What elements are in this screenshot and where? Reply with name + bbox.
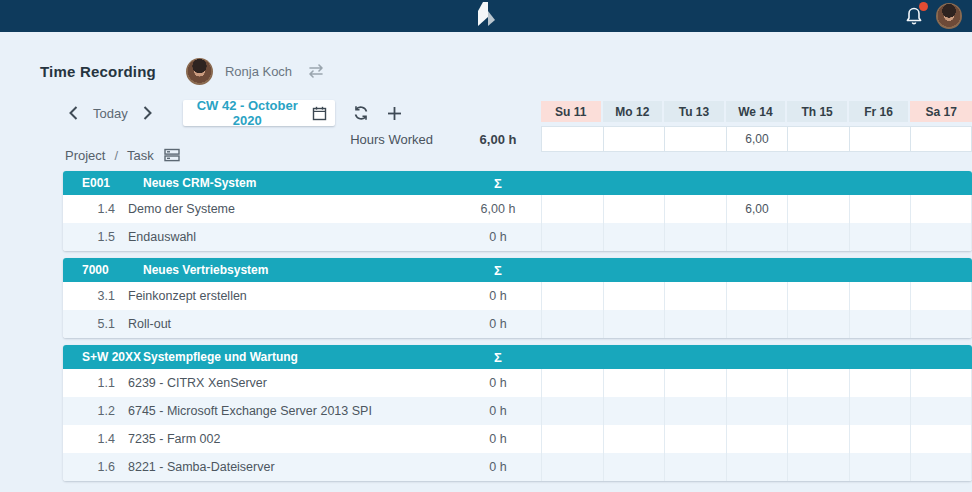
task-day-cell-th[interactable] <box>787 425 849 453</box>
task-day-cell-we[interactable] <box>726 369 788 397</box>
task-day-cell-su[interactable] <box>541 223 603 251</box>
task-day-cell-tu[interactable] <box>664 310 726 338</box>
task-name[interactable]: 8221 - Samba-Dateiserver <box>128 460 455 474</box>
row-density-toggle[interactable] <box>164 148 180 162</box>
task-day-cell-su[interactable] <box>541 369 603 397</box>
task-day-cell-su[interactable] <box>541 453 603 481</box>
task-day-cell-su[interactable] <box>541 310 603 338</box>
week-toolbar: Today CW 42 - October 2020 <box>66 100 402 126</box>
page-title: Time Recording <box>40 63 156 80</box>
task-day-cell-mo[interactable] <box>603 282 665 310</box>
calendar-week-selector[interactable]: CW 42 - October 2020 <box>183 100 335 126</box>
task-day-cell-tu[interactable] <box>664 223 726 251</box>
calendar-week-label: CW 42 - October 2020 <box>183 98 312 128</box>
day-header-tu[interactable]: Tu 13 <box>664 101 726 122</box>
notifications-button[interactable] <box>902 4 926 28</box>
task-name[interactable]: Roll-out <box>128 317 455 331</box>
task-row: 1.26745 - Microsoft Exchange Server 2013… <box>63 397 972 425</box>
task-day-cell-mo[interactable] <box>603 195 665 223</box>
task-day-cell-mo[interactable] <box>603 223 665 251</box>
task-day-cell-we[interactable] <box>726 453 788 481</box>
day-header-sa[interactable]: Sa 17 <box>910 101 972 122</box>
task-day-cell-fr[interactable] <box>849 453 911 481</box>
day-header-su[interactable]: Su 11 <box>541 101 603 122</box>
task-day-cell-th[interactable] <box>787 195 849 223</box>
task-info: 1.47235 - Farm 0020 h <box>63 425 541 453</box>
task-row: 1.5Endauswahl0 h <box>63 223 972 251</box>
top-bar <box>0 0 972 32</box>
switch-user-icon[interactable] <box>306 64 326 78</box>
day-header-mo[interactable]: Mo 12 <box>603 101 665 122</box>
task-day-cell-tu[interactable] <box>664 195 726 223</box>
task-day-cell-tu[interactable] <box>664 425 726 453</box>
task-day-cell-sa[interactable] <box>910 310 972 338</box>
hours-day-cell-tu <box>664 127 726 151</box>
task-day-cell-su[interactable] <box>541 195 603 223</box>
project-group-header[interactable]: S+W 20XXSystempflege und WartungΣ <box>63 345 972 369</box>
task-day-cell-tu[interactable] <box>664 397 726 425</box>
task-day-cell-su[interactable] <box>541 425 603 453</box>
task-day-cell-sa[interactable] <box>910 282 972 310</box>
task-day-cell-fr[interactable] <box>849 425 911 453</box>
task-day-cell-th[interactable] <box>787 369 849 397</box>
task-name[interactable]: 6239 - CITRX XenServer <box>128 376 455 390</box>
next-week-button[interactable] <box>141 105 155 121</box>
task-day-cell-mo[interactable] <box>603 453 665 481</box>
project-group-header[interactable]: E001Neues CRM-SystemΣ <box>63 171 972 195</box>
day-header-row: Su 11Mo 12Tu 13We 14Th 15Fr 16Sa 17 <box>541 101 972 122</box>
task-name[interactable]: Demo der Systeme <box>128 202 455 216</box>
task-day-cell-sa[interactable] <box>910 453 972 481</box>
task-day-cell-th[interactable] <box>787 453 849 481</box>
project-group: 7000Neues VertriebsystemΣ3.1Feinkonzept … <box>63 258 972 338</box>
previous-week-button[interactable] <box>66 105 80 121</box>
add-entry-button[interactable] <box>387 106 402 121</box>
task-day-cell-mo[interactable] <box>603 425 665 453</box>
task-total-hours: 0 h <box>455 289 541 303</box>
task-row: 1.4Demo der Systeme6,00 h6,00 <box>63 195 972 223</box>
column-separator: / <box>114 148 118 163</box>
day-header-we[interactable]: We 14 <box>726 101 788 122</box>
task-name[interactable]: 6745 - Microsoft Exchange Server 2013 SP… <box>128 404 455 418</box>
task-day-cell-sa[interactable] <box>910 369 972 397</box>
task-day-cell-we[interactable] <box>726 223 788 251</box>
task-day-cell-mo[interactable] <box>603 310 665 338</box>
task-day-cell-fr[interactable] <box>849 310 911 338</box>
account-avatar[interactable] <box>936 3 962 29</box>
task-total-hours: 0 h <box>455 432 541 446</box>
task-day-cell-fr[interactable] <box>849 397 911 425</box>
task-day-cell-th[interactable] <box>787 223 849 251</box>
project-group-header[interactable]: 7000Neues VertriebsystemΣ <box>63 258 972 282</box>
task-day-cell-we[interactable] <box>726 397 788 425</box>
today-button[interactable]: Today <box>93 106 128 121</box>
task-name[interactable]: 7235 - Farm 002 <box>128 432 455 446</box>
task-day-cell-tu[interactable] <box>664 369 726 397</box>
task-day-cell-su[interactable] <box>541 397 603 425</box>
task-day-cell-mo[interactable] <box>603 369 665 397</box>
task-day-cell-th[interactable] <box>787 397 849 425</box>
task-day-cell-sa[interactable] <box>910 397 972 425</box>
task-day-cell-we[interactable]: 6,00 <box>726 195 788 223</box>
task-day-cell-we[interactable] <box>726 310 788 338</box>
task-day-cell-tu[interactable] <box>664 282 726 310</box>
task-day-cell-we[interactable] <box>726 282 788 310</box>
task-day-cell-sa[interactable] <box>910 425 972 453</box>
task-day-cell-th[interactable] <box>787 310 849 338</box>
task-day-cell-fr[interactable] <box>849 369 911 397</box>
day-header-th[interactable]: Th 15 <box>787 101 849 122</box>
task-day-cell-tu[interactable] <box>664 453 726 481</box>
task-day-cell-th[interactable] <box>787 282 849 310</box>
task-day-cell-sa[interactable] <box>910 223 972 251</box>
task-day-cell-mo[interactable] <box>603 397 665 425</box>
task-day-cell-fr[interactable] <box>849 195 911 223</box>
task-day-cell-we[interactable] <box>726 425 788 453</box>
task-day-cell-fr[interactable] <box>849 223 911 251</box>
task-day-cell-su[interactable] <box>541 282 603 310</box>
task-name[interactable]: Feinkonzept erstellen <box>128 289 455 303</box>
day-header-fr[interactable]: Fr 16 <box>849 101 911 122</box>
refresh-button[interactable] <box>353 105 369 121</box>
task-total-hours: 0 h <box>455 317 541 331</box>
task-number: 1.4 <box>63 432 115 446</box>
task-day-cell-sa[interactable] <box>910 195 972 223</box>
task-day-cell-fr[interactable] <box>849 282 911 310</box>
task-name[interactable]: Endauswahl <box>128 230 455 244</box>
